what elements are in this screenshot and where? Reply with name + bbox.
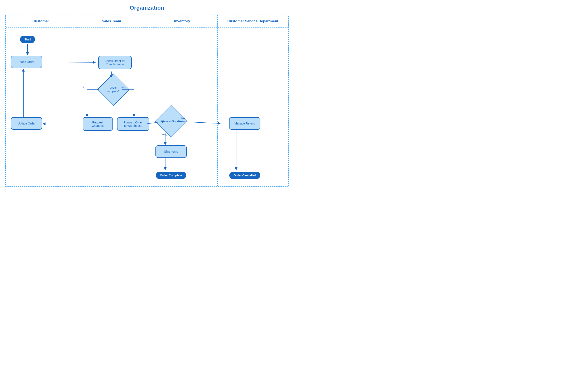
swimlane-area: Customer Start Place Order Update Order … [5, 15, 289, 187]
order-complete-node: Order Complete [153, 170, 189, 180]
update-order-node: Update Order [11, 117, 42, 130]
lane-customer: Customer Start Place Order Update Order [6, 15, 76, 186]
place-order-node: Place Order [11, 56, 42, 68]
lane-inventory: Inventory Item in Stock? Ship Items Orde… [147, 15, 218, 186]
diagram-title: Organization [0, 0, 294, 11]
lane-header-sales: Sales Team [76, 15, 147, 27]
yes-label-1: Yes [122, 86, 126, 89]
order-cancelled-label: Order Cancelled [229, 172, 260, 179]
ship-items-node: Ship Items [155, 145, 187, 158]
request-changes-node: Request Changes [83, 117, 113, 131]
lane-sales: Sales Team Check Order for Completeness … [76, 15, 147, 186]
forward-order-node: Forward Order to Warehouse [117, 117, 149, 131]
order-cancelled-node: Order Cancelled [227, 170, 262, 180]
lane-csd: Customer Service Department Manage Refun… [218, 15, 288, 186]
yes-label-2: Yes [162, 133, 167, 137]
order-complete-label: Order Complete [156, 172, 186, 179]
check-order-node: Check Order for Completeness [98, 56, 132, 69]
no-label-1: No [82, 86, 85, 89]
diagram-container: Organization Customer Start Place Order … [0, 0, 294, 191]
start-label: Start [20, 36, 35, 43]
order-complete-diamond: Order complete? [102, 78, 125, 101]
start-node: Start [16, 35, 39, 44]
no-label-2: No [181, 117, 185, 120]
manage-refund-node: Manage Refund [229, 117, 260, 130]
lane-header-customer: Customer [6, 15, 76, 27]
lane-header-csd: Customer Service Department [218, 15, 288, 27]
item-in-stock-diamond: Item in Stock? [160, 110, 183, 133]
lane-header-inventory: Inventory [147, 15, 217, 27]
